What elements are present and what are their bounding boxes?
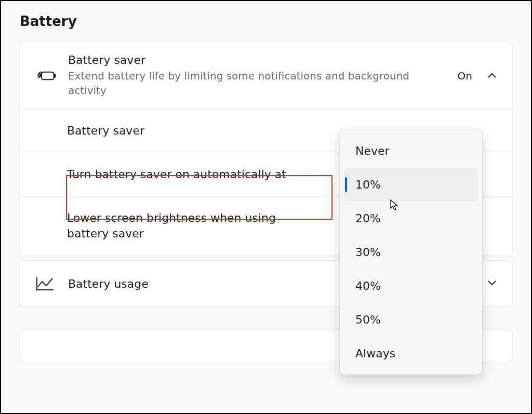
dropdown-option[interactable]: Always — [344, 337, 478, 370]
svg-rect-1 — [54, 74, 56, 77]
dropdown-option[interactable]: 10% — [344, 168, 478, 202]
chevron-down-icon — [487, 277, 497, 290]
dropdown-option[interactable]: 40% — [344, 269, 478, 303]
chevron-up-icon — [487, 71, 497, 81]
battery-saver-status: On — [458, 70, 472, 82]
lower-brightness-label: Lower screen brightness when using batte… — [67, 210, 296, 243]
battery-saver-subtitle: Extend battery life by limiting some not… — [68, 69, 447, 98]
dropdown-option[interactable]: Never — [344, 134, 478, 168]
chart-line-icon — [35, 275, 58, 292]
page-title: Battery — [20, 14, 512, 29]
battery-saver-leaf-icon — [35, 68, 58, 84]
dropdown-option[interactable]: 30% — [344, 235, 478, 269]
battery-saver-title: Battery saver — [68, 54, 447, 66]
battery-saver-header[interactable]: Battery saver Extend battery life by lim… — [20, 42, 512, 109]
dropdown-option[interactable]: 50% — [344, 303, 478, 337]
dropdown-option[interactable]: 20% — [344, 202, 478, 235]
svg-rect-0 — [42, 72, 54, 79]
auto-on-dropdown: Never10%20%30%40%50%Always — [340, 130, 482, 375]
